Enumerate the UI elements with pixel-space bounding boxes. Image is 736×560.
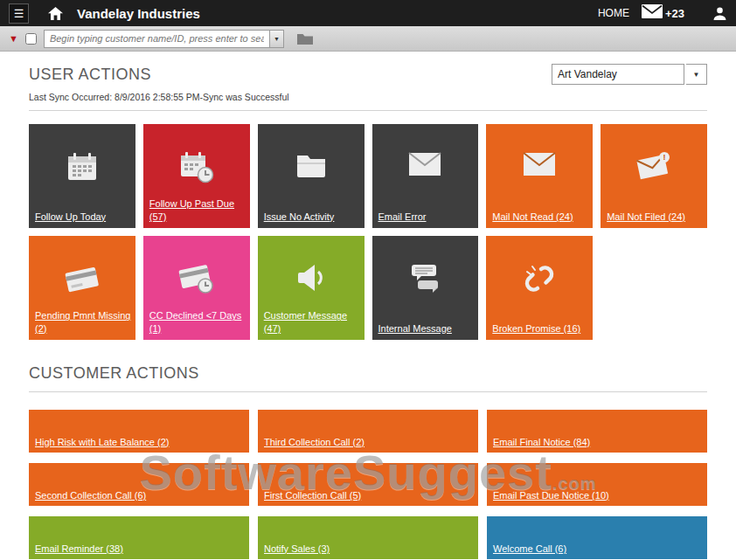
user-actions-grid: Follow Up Today Follow Up Past Due (57) … — [29, 124, 707, 340]
tile-label: Follow Up Past Due (57) — [149, 197, 246, 223]
broken-link-icon — [486, 262, 593, 295]
tile-email-error[interactable]: Email Error — [372, 124, 479, 228]
tile-third-collection-call[interactable]: Third Collection Call (2) — [258, 410, 478, 453]
divider — [29, 110, 707, 111]
tile-issue-no-activity[interactable]: Issue No Activity — [258, 124, 365, 228]
home-link[interactable]: HOME — [598, 7, 629, 19]
user-actions-header: USER ACTIONS Art Vandelay ▼ — [29, 64, 707, 85]
megaphone-icon — [258, 262, 365, 294]
tile-email-final-notice[interactable]: Email Final Notice (84) — [487, 410, 707, 453]
search-dropdown-icon[interactable]: ▼ — [269, 30, 284, 48]
tile-mail-not-filed[interactable]: ! Mail Not Filed (24) — [601, 124, 707, 228]
last-sync-status: Last Sync Occurred: 8/9/2016 2:58:55 PM-… — [29, 92, 707, 102]
user-select: Art Vandelay ▼ — [552, 64, 707, 85]
header-right: HOME +23 — [598, 4, 727, 22]
tile-follow-up-past-due[interactable]: Follow Up Past Due (57) — [143, 124, 250, 228]
tile-broken-promise[interactable]: Broken Promise (16) — [486, 236, 593, 340]
tile-email-reminder[interactable]: Email Reminder (38) — [29, 516, 249, 559]
tile-label: Email Past Due Notice (10) — [493, 489, 703, 501]
tile-label: Follow Up Today — [35, 211, 131, 223]
user-select-caret-icon[interactable]: ▼ — [686, 64, 707, 85]
tile-label: Broken Promise (16) — [492, 322, 588, 335]
app-title: Vandelay Industries — [77, 6, 200, 21]
tile-label: Internal Message — [378, 322, 475, 335]
tile-label: Notify Sales (3) — [264, 543, 474, 555]
toolbar: ▼ ▼ — [0, 26, 736, 52]
chat-icon — [372, 262, 479, 294]
tile-label: Email Error — [378, 211, 475, 223]
tile-label: Email Final Notice (84) — [493, 436, 703, 448]
customer-search-input[interactable] — [44, 30, 269, 48]
tile-label: CC Declined <7 Days (1) — [149, 309, 246, 335]
tile-mail-not-read[interactable]: Mail Not Read (24) — [486, 124, 593, 228]
mail-badge: +23 — [665, 7, 684, 20]
tile-first-collection-call[interactable]: First Collection Call (5) — [258, 463, 478, 506]
app-header: ☰ Vandelay Industries HOME +23 — [0, 0, 736, 26]
mail-not-filed-icon: ! — [601, 150, 707, 180]
tile-label: Issue No Activity — [264, 211, 360, 223]
credit-card-icon — [29, 262, 135, 294]
tile-email-past-due-notice[interactable]: Email Past Due Notice (10) — [487, 463, 707, 506]
tile-customer-message[interactable]: Customer Message (47) — [258, 236, 365, 340]
select-all-checkbox[interactable] — [25, 33, 37, 45]
mail-icon — [642, 4, 663, 22]
hamburger-menu-icon[interactable]: ☰ — [9, 3, 29, 24]
tile-cc-declined[interactable]: CC Declined <7 Days (1) — [143, 236, 250, 340]
tile-high-risk-late-balance[interactable]: High Risk with Late Balance (2) — [29, 410, 249, 453]
folder-icon — [258, 150, 365, 180]
tile-pending-pmnt-missing[interactable]: Pending Pmnt Missing (2) — [29, 236, 135, 340]
tile-internal-message[interactable]: Internal Message — [372, 236, 479, 340]
tile-second-collection-call[interactable]: Second Collection Call (6) — [29, 463, 249, 506]
tile-follow-up-today[interactable]: Follow Up Today — [29, 124, 135, 228]
tile-notify-sales[interactable]: Notify Sales (3) — [258, 516, 478, 559]
customer-search: ▼ — [44, 30, 284, 48]
expand-caret-icon[interactable]: ▼ — [9, 34, 18, 44]
tile-label: Second Collection Call (6) — [35, 489, 245, 501]
tile-label: First Collection Call (5) — [264, 489, 474, 501]
svg-text:!: ! — [663, 153, 666, 162]
hamburger-glyph: ☰ — [14, 7, 24, 20]
customer-actions-section: CUSTOMER ACTIONS High Risk with Late Bal… — [29, 363, 707, 560]
home-icon[interactable] — [48, 7, 63, 20]
tile-label: Email Reminder (38) — [35, 543, 245, 555]
tile-label: Welcome Call (6) — [493, 543, 703, 555]
user-select-value[interactable]: Art Vandelay — [552, 64, 684, 85]
tile-label: Mail Not Filed (24) — [607, 211, 703, 223]
mail-notifications[interactable]: +23 — [642, 4, 684, 22]
tile-label: Pending Pmnt Missing (2) — [35, 309, 131, 335]
main-content: USER ACTIONS Art Vandelay ▼ Last Sync Oc… — [0, 52, 736, 560]
tile-label: Third Collection Call (2) — [264, 436, 474, 448]
email-error-icon — [372, 150, 479, 178]
divider — [29, 391, 707, 392]
calendar-icon — [29, 150, 135, 183]
tile-label: Customer Message (47) — [264, 309, 360, 335]
calendar-clock-icon — [143, 150, 250, 183]
mail-unread-icon — [486, 150, 593, 178]
credit-card-declined-icon — [143, 262, 250, 294]
tile-label: Mail Not Read (24) — [492, 211, 588, 223]
user-actions-title: USER ACTIONS — [29, 64, 151, 84]
customer-actions-title: CUSTOMER ACTIONS — [29, 363, 707, 383]
account-icon[interactable] — [712, 6, 727, 21]
folder-icon[interactable] — [296, 32, 314, 45]
customer-actions-grid: High Risk with Late Balance (2) Third Co… — [29, 410, 707, 560]
tile-label: High Risk with Late Balance (2) — [35, 436, 245, 448]
tile-welcome-call[interactable]: Welcome Call (6) — [487, 516, 707, 559]
